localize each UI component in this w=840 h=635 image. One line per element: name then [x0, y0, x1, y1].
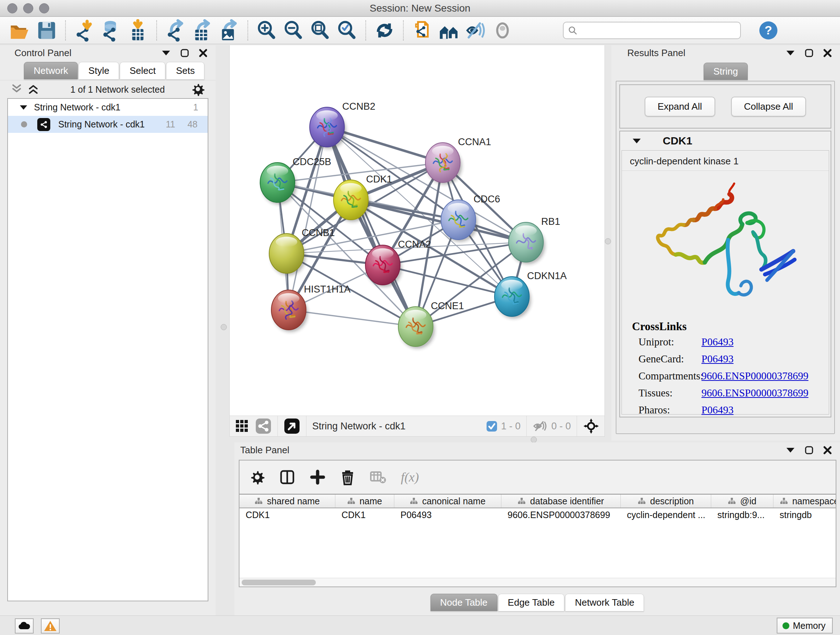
crosslink-value-link[interactable]: 9606.ENSP00000378699: [701, 370, 808, 382]
network-row[interactable]: String Network - cdk1 11 48: [8, 116, 208, 133]
tab-network-table[interactable]: Network Table: [565, 594, 644, 611]
node-RB1[interactable]: RB1: [508, 216, 561, 264]
table-cell[interactable]: CDK1: [335, 510, 394, 520]
tab-select[interactable]: Select: [120, 62, 165, 79]
float-panel-icon[interactable]: [805, 49, 813, 57]
new-network-from-selection-button[interactable]: [409, 19, 436, 42]
column-header-namespace[interactable]: namespace: [774, 494, 836, 508]
table-cell[interactable]: CDK1: [240, 510, 335, 520]
collapse-all-button[interactable]: Collapse All: [731, 97, 806, 117]
column-header-id[interactable]: @id: [711, 494, 774, 508]
add-column-icon[interactable]: [309, 469, 325, 485]
left-splitter-handle[interactable]: [221, 324, 227, 330]
close-panel-icon[interactable]: [823, 49, 832, 57]
node-CCNB2[interactable]: CCNB2: [309, 101, 376, 149]
hidden-eye-icon[interactable]: [532, 420, 548, 432]
panel-menu-icon[interactable]: [786, 50, 795, 56]
float-panel-icon[interactable]: [180, 49, 189, 57]
table-cell[interactable]: P06493: [394, 510, 501, 520]
table-cell[interactable]: stringdb: [774, 510, 836, 520]
warnings-button[interactable]: [41, 618, 60, 633]
table-horizontal-scrollbar[interactable]: [240, 578, 836, 586]
network-canvas[interactable]: CCNB2 CCNA1 CDC25B CDK1 CDC6 RB1 CCNB1: [229, 45, 605, 416]
close-window-button[interactable]: [7, 3, 17, 13]
refresh-layout-button[interactable]: [371, 19, 398, 42]
search-input[interactable]: [581, 25, 736, 35]
memory-button[interactable]: Memory: [777, 618, 833, 633]
selected-checkbox-icon[interactable]: [486, 421, 497, 432]
export-table-button[interactable]: [189, 19, 216, 42]
network-options-gear-icon[interactable]: [191, 82, 205, 97]
node-CCNA1[interactable]: CCNA1: [425, 136, 491, 185]
cloud-status-button[interactable]: [15, 618, 34, 633]
node-CDKN1A[interactable]: CDKN1A: [494, 271, 567, 318]
zoom-selected-button[interactable]: [333, 19, 360, 42]
close-panel-icon[interactable]: [823, 446, 832, 455]
open-session-button[interactable]: [6, 19, 33, 42]
tab-style[interactable]: Style: [79, 62, 119, 79]
tab-node-table[interactable]: Node Table: [431, 594, 497, 611]
expand-all-button[interactable]: Expand All: [645, 97, 715, 117]
float-panel-icon[interactable]: [805, 446, 813, 455]
export-network-button[interactable]: [162, 19, 189, 42]
hide-selected-button[interactable]: [462, 19, 489, 42]
collection-expander-icon[interactable]: [19, 105, 27, 111]
edge-CCNB2-HIST1H1A[interactable]: [289, 127, 327, 310]
column-header-sharedname[interactable]: shared name: [240, 494, 335, 508]
hidden-count: 0 - 0: [551, 421, 571, 432]
tab-edge-table[interactable]: Edge Table: [498, 594, 565, 611]
protein-header-row[interactable]: CDK1: [620, 131, 831, 150]
tab-sets[interactable]: Sets: [166, 62, 204, 79]
column-header-canonicalname[interactable]: canonical name: [394, 494, 501, 508]
zoom-fit-button[interactable]: [307, 19, 333, 42]
fit-content-crosshair-icon[interactable]: [583, 418, 600, 434]
first-neighbors-button[interactable]: [436, 19, 462, 42]
zoom-in-button[interactable]: [253, 19, 280, 42]
help-button[interactable]: ?: [758, 20, 778, 41]
network-overview-icon[interactable]: [255, 418, 272, 434]
crosslink-value-link[interactable]: P06493: [701, 336, 734, 348]
table-settings-gear-icon[interactable]: [249, 470, 265, 485]
expand-all-networks-icon[interactable]: [11, 84, 22, 96]
show-all-button[interactable]: [489, 19, 516, 42]
column-header-name[interactable]: name: [335, 494, 394, 508]
table-row[interactable]: CDK1CDK1P064939606.ENSP00000378699cyclin…: [240, 508, 836, 522]
edge-CCNB2-CCNE1[interactable]: [327, 127, 416, 326]
column-header-databaseidentifier[interactable]: database identifier: [501, 494, 621, 508]
zoom-out-button[interactable]: [280, 19, 307, 42]
crosslink-value-link[interactable]: 9606.ENSP00000378699: [701, 387, 808, 399]
tab-string[interactable]: String: [704, 63, 748, 80]
panel-menu-icon[interactable]: [161, 50, 171, 56]
right-splitter-handle[interactable]: [605, 238, 611, 244]
import-network-database-button[interactable]: [98, 19, 125, 42]
protein-expander-icon[interactable]: [632, 138, 641, 144]
node-HIST1H1A[interactable]: HIST1H1A: [271, 284, 351, 332]
export-image-button[interactable]: [216, 19, 242, 42]
crosslink-value-link[interactable]: P06493: [701, 404, 734, 416]
show-columns-icon[interactable]: [279, 469, 295, 485]
import-network-file-button[interactable]: [71, 19, 98, 42]
maximize-window-button[interactable]: [39, 3, 49, 13]
save-session-button[interactable]: [33, 19, 60, 42]
collapse-all-networks-icon[interactable]: [27, 84, 39, 96]
network-collection-row[interactable]: String Network - cdk1 1: [8, 99, 208, 116]
bottom-splitter-handle[interactable]: [531, 437, 537, 443]
open-view-icon[interactable]: [284, 418, 300, 434]
close-panel-icon[interactable]: [199, 49, 208, 57]
panel-menu-icon[interactable]: [786, 447, 795, 453]
scrollbar-thumb[interactable]: [242, 580, 316, 585]
window-controls[interactable]: [7, 3, 49, 13]
crosslink-value-link[interactable]: P06493: [701, 353, 734, 365]
table-cell[interactable]: 9606.ENSP00000378699: [501, 510, 621, 520]
minimize-window-button[interactable]: [23, 3, 33, 13]
table-cell[interactable]: cyclin-dependent ...: [621, 510, 711, 520]
delete-table-icon[interactable]: [370, 470, 386, 485]
function-builder-icon[interactable]: f(x): [401, 470, 419, 485]
grid-view-icon[interactable]: [235, 419, 249, 433]
search-box[interactable]: [563, 22, 741, 39]
import-table-button[interactable]: [125, 19, 151, 42]
tab-network[interactable]: Network: [24, 62, 78, 79]
column-header-description[interactable]: description: [621, 494, 711, 508]
table-cell[interactable]: stringdb:9...: [711, 510, 774, 520]
delete-column-trash-icon[interactable]: [340, 469, 355, 486]
